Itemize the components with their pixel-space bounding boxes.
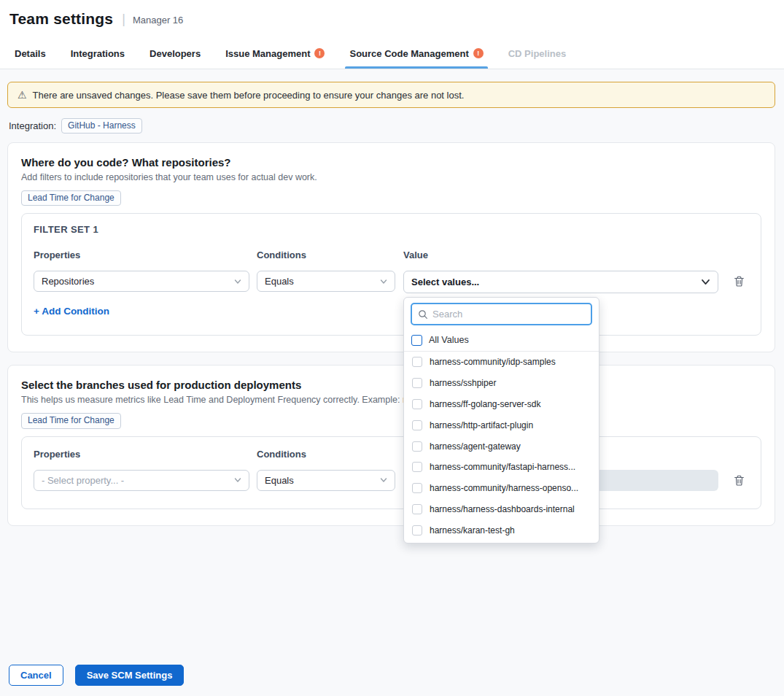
chevron-down-icon	[234, 476, 241, 484]
properties-column-header: Properties	[34, 250, 249, 260]
lead-time-for-change-chip: Lead Time for Change	[21, 190, 121, 206]
condition-select[interactable]: Equals	[257, 470, 395, 491]
option-checkbox[interactable]	[412, 483, 422, 493]
option-label: harness/ff-golang-server-sdk	[430, 399, 541, 409]
option-checkbox[interactable]	[412, 399, 422, 409]
repositories-section-card: Where do you code? What repositories? Ad…	[7, 142, 775, 352]
tab-bar: Details Integrations Developers Issue Ma…	[0, 38, 784, 69]
integration-chip: GitHub - Harness	[61, 118, 142, 134]
repository-option[interactable]: harness/sshpiper	[404, 373, 599, 394]
tab-details[interactable]: Details	[13, 38, 47, 69]
repository-option[interactable]: harness/agent-gateway	[404, 436, 599, 457]
section-subtitle: This helps us measure metrics like Lead …	[21, 395, 761, 405]
lead-time-for-change-chip: Lead Time for Change	[21, 413, 121, 428]
tab-integrations[interactable]: Integrations	[69, 38, 126, 69]
section-subtitle: Add filters to include repositories that…	[21, 172, 761, 182]
option-checkbox[interactable]	[412, 525, 422, 535]
chevron-down-icon	[234, 278, 241, 285]
filter-column-headers: Properties Conditions	[34, 449, 749, 460]
option-label: harness-community/fastapi-harness...	[430, 462, 575, 472]
branches-filter-box: Properties Conditions - Select property.…	[21, 436, 761, 509]
filter-row: - Select property... - Equals	[34, 470, 749, 491]
branches-section-card: Select the branches used for production …	[7, 365, 775, 525]
option-checkbox[interactable]	[412, 378, 422, 388]
filter-row: Repositories Equals Select values...	[34, 271, 749, 293]
repository-option[interactable]: harness/harness-dashboards-internal	[404, 499, 599, 520]
filter-set-label: FILTER SET 1	[34, 224, 749, 235]
delete-filter-button[interactable]	[732, 474, 745, 487]
all-values-option[interactable]: All Values	[404, 329, 599, 352]
footer-actions: Cancel Save SCM Settings	[9, 665, 184, 686]
value-dropdown-panel: All Values harness-community/idp-samples…	[403, 297, 599, 544]
option-checkbox[interactable]	[412, 462, 422, 472]
warning-triangle-icon: ⚠	[18, 90, 27, 100]
integration-label: Integration:	[9, 120, 56, 131]
option-label: harness-community/idp-samples	[430, 357, 556, 367]
chevron-down-icon	[380, 278, 387, 285]
repository-options-list[interactable]: harness-community/idp-samples harness/ss…	[404, 352, 599, 544]
title-divider: |	[122, 12, 125, 27]
page-title: Team settings	[9, 10, 113, 28]
option-checkbox[interactable]	[412, 420, 422, 430]
repository-option[interactable]: harness/ff-golang-server-sdk	[404, 394, 599, 415]
option-label: harness/sshpiper	[430, 378, 496, 388]
unsaved-changes-banner: ⚠ There are unsaved changes. Please save…	[7, 82, 775, 108]
search-input[interactable]	[432, 309, 585, 320]
team-name: Manager 16	[133, 12, 183, 26]
repository-option[interactable]: harness/integration-videos-gh	[404, 541, 599, 544]
all-values-checkbox[interactable]	[411, 335, 422, 346]
option-checkbox[interactable]	[412, 441, 422, 452]
value-multiselect[interactable]: Select values...	[403, 271, 718, 293]
tab-source-code-management[interactable]: Source Code Management !	[348, 38, 484, 69]
repository-option[interactable]: harness/karan-test-gh	[404, 519, 599, 541]
tab-issue-management[interactable]: Issue Management !	[224, 38, 326, 69]
properties-column-header: Properties	[34, 449, 249, 460]
alert-badge-icon: !	[473, 48, 484, 58]
alert-badge-icon: !	[314, 48, 325, 58]
chevron-down-icon	[380, 476, 387, 484]
option-checkbox[interactable]	[412, 357, 422, 367]
cancel-button[interactable]: Cancel	[9, 665, 63, 686]
property-select[interactable]: Repositories	[34, 271, 249, 292]
condition-select[interactable]: Equals	[257, 271, 395, 292]
repository-option[interactable]: harness-community/fastapi-harness...	[404, 457, 599, 478]
option-label: harness-community/harness-openso...	[430, 483, 578, 493]
option-label: harness/agent-gateway	[430, 441, 521, 452]
filter-column-headers: Properties Conditions Value	[34, 250, 749, 260]
integration-row: Integration: GitHub - Harness	[9, 118, 777, 134]
chevron-down-icon	[701, 277, 710, 287]
search-icon	[418, 309, 428, 320]
conditions-column-header: Conditions	[257, 250, 395, 260]
repository-option[interactable]: harness/http-artifact-plugin	[404, 414, 599, 436]
option-label: harness/karan-test-gh	[430, 525, 515, 535]
trash-icon	[733, 275, 745, 287]
option-label: harness/harness-dashboards-internal	[430, 504, 575, 514]
delete-filter-button[interactable]	[732, 275, 745, 288]
conditions-column-header: Conditions	[257, 449, 395, 460]
save-scm-settings-button[interactable]: Save SCM Settings	[75, 665, 185, 686]
value-column-header: Value	[403, 250, 718, 260]
tab-cd-pipelines: CD Pipelines	[507, 38, 567, 69]
repository-option[interactable]: harness-community/idp-samples	[404, 352, 599, 373]
property-select[interactable]: - Select property... -	[34, 470, 249, 491]
add-condition-button[interactable]: + Add Condition	[34, 306, 109, 317]
trash-icon	[733, 474, 745, 487]
section-title: Where do you code? What repositories?	[21, 156, 761, 169]
team-settings-page: Team settings | Manager 16 Details Integ…	[0, 0, 784, 696]
tab-developers[interactable]: Developers	[148, 38, 202, 69]
filter-set-1-box: FILTER SET 1 Properties Conditions Value…	[21, 213, 761, 336]
all-values-label: All Values	[429, 335, 469, 345]
page-header: Team settings | Manager 16	[0, 0, 784, 38]
option-label: harness/http-artifact-plugin	[430, 420, 533, 430]
repository-option[interactable]: harness-community/harness-openso...	[404, 478, 599, 499]
option-checkbox[interactable]	[412, 504, 422, 514]
dropdown-search-box	[411, 303, 592, 325]
section-title: Select the branches used for production …	[21, 379, 761, 391]
banner-text: There are unsaved changes. Please save t…	[33, 90, 465, 101]
